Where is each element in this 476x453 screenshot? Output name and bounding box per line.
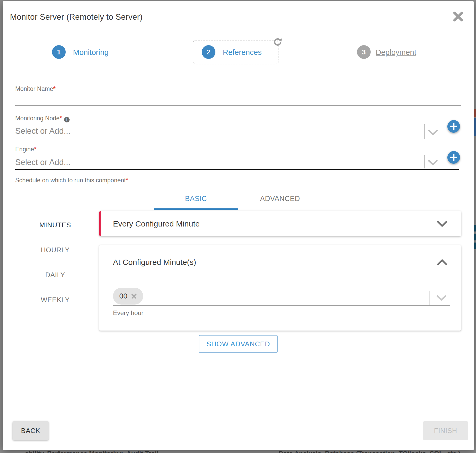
active-tab-indicator bbox=[154, 208, 238, 210]
monitor-name-input[interactable] bbox=[15, 93, 461, 106]
engine-select[interactable]: Select or Add... bbox=[15, 158, 70, 167]
required-asterisk: * bbox=[53, 85, 55, 92]
frequency-dropdown[interactable]: Every Configured Minute bbox=[99, 211, 461, 236]
engine-underline-focused bbox=[15, 169, 459, 170]
required-asterisk: * bbox=[60, 115, 62, 122]
backdrop-bottom-strip: ability, Performance Monitoring, Audit T… bbox=[0, 450, 476, 453]
side-tab-minutes[interactable]: MINUTES bbox=[29, 221, 81, 229]
backdrop-fragment bbox=[474, 243, 476, 249]
backdrop-fragment bbox=[474, 109, 476, 117]
select-divider bbox=[424, 124, 425, 139]
info-icon[interactable]: i bbox=[64, 117, 70, 122]
panel-title: At Configured Minute(s) bbox=[113, 258, 196, 267]
select-divider bbox=[429, 291, 430, 305]
monitor-server-dialog: Monitor Server (Remotely to Server) 1 Mo… bbox=[3, 1, 474, 450]
minute-chip-value: 00 bbox=[119, 292, 127, 300]
chevron-down-icon[interactable] bbox=[428, 129, 438, 137]
side-tab-hourly[interactable]: HOURLY bbox=[29, 246, 81, 254]
step-3-circle[interactable]: 3 bbox=[357, 45, 371, 59]
side-tab-weekly[interactable]: WEEKLY bbox=[29, 296, 81, 304]
frequency-dropdown-value: Every Configured Minute bbox=[113, 219, 200, 228]
close-icon[interactable] bbox=[452, 11, 464, 22]
minutes-input-underline bbox=[113, 305, 450, 306]
step-1-circle[interactable]: 1 bbox=[52, 45, 66, 59]
validation-error-bar bbox=[99, 211, 101, 236]
chevron-down-icon[interactable] bbox=[436, 220, 448, 229]
back-button[interactable]: BACK bbox=[13, 421, 49, 440]
monitor-name-label: Monitor Name* bbox=[15, 85, 55, 92]
chevron-down-icon[interactable] bbox=[436, 295, 447, 302]
frequency-hint: Every hour bbox=[113, 309, 143, 317]
monitoring-node-label: Monitoring Node*i bbox=[15, 115, 70, 122]
chevron-up-icon[interactable] bbox=[436, 258, 448, 267]
required-asterisk: * bbox=[34, 146, 37, 153]
engine-label-text: Engine bbox=[15, 146, 34, 153]
required-asterisk: * bbox=[126, 177, 128, 184]
minute-chip: 00 bbox=[113, 288, 143, 305]
backdrop-right-strip bbox=[474, 0, 476, 453]
step-1-label-monitoring[interactable]: Monitoring bbox=[73, 48, 108, 57]
add-engine-button[interactable] bbox=[447, 151, 460, 164]
chevron-down-icon[interactable] bbox=[428, 159, 438, 167]
show-advanced-button[interactable]: SHOW ADVANCED bbox=[199, 335, 278, 353]
backdrop-text-fragment: Data Analysis, Database (Transaction, TC… bbox=[278, 450, 460, 453]
monitor-name-label-text: Monitor Name bbox=[15, 85, 53, 92]
schedule-label-text: Schedule on which to run this component bbox=[15, 177, 126, 184]
select-divider bbox=[424, 155, 425, 168]
monitoring-node-select[interactable]: Select or Add... bbox=[15, 126, 70, 136]
refresh-icon[interactable] bbox=[273, 38, 282, 47]
backdrop-fragment bbox=[474, 225, 476, 231]
engine-label: Engine* bbox=[15, 146, 37, 153]
header-divider bbox=[3, 37, 474, 37]
monitoring-node-label-text: Monitoring Node bbox=[15, 115, 60, 122]
side-tab-daily[interactable]: DAILY bbox=[29, 271, 81, 279]
backdrop-text-fragment: ability, Performance Monitoring, Audit T… bbox=[25, 450, 160, 453]
chip-remove-icon[interactable] bbox=[131, 293, 137, 299]
step-3-label-deployment[interactable]: Deployment bbox=[376, 48, 416, 57]
tab-basic[interactable]: BASIC bbox=[154, 195, 238, 203]
dialog-title: Monitor Server (Remotely to Server) bbox=[10, 12, 143, 22]
add-monitoring-node-button[interactable] bbox=[447, 120, 460, 133]
backdrop-fragment bbox=[474, 234, 476, 240]
monitoring-node-underline bbox=[15, 139, 443, 139]
step-2-circle[interactable]: 2 bbox=[202, 45, 215, 59]
step-2-label-references[interactable]: References bbox=[223, 48, 262, 57]
tab-advanced[interactable]: ADVANCED bbox=[238, 195, 322, 203]
backdrop-fragment bbox=[474, 118, 476, 136]
schedule-label: Schedule on which to run this component* bbox=[15, 177, 128, 184]
configured-minutes-panel: At Configured Minute(s) 00 Every hour bbox=[99, 245, 461, 331]
finish-button[interactable]: FINISH bbox=[423, 421, 468, 440]
